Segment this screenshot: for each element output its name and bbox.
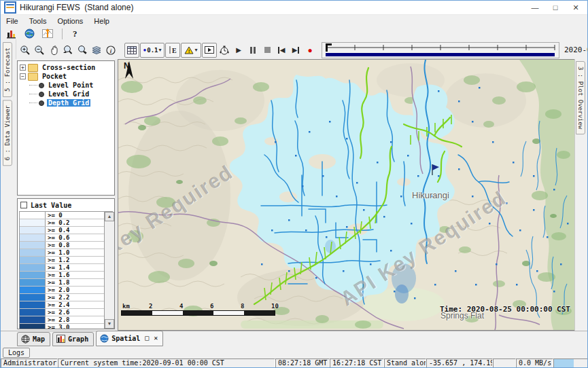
legend-row[interactable]: >= 0.2 (20, 219, 112, 227)
legend-swatch (20, 272, 46, 278)
folder-icon (28, 64, 38, 72)
legend-row[interactable]: >= 0 (20, 212, 112, 219)
pan-hand-icon[interactable] (47, 43, 60, 57)
legend-row[interactable]: >= 0.8 (20, 242, 112, 249)
legend-row[interactable]: >= 1.6 (20, 272, 112, 279)
help-icon[interactable]: ? (70, 29, 80, 39)
tree-node-depth-grid[interactable]: Depth Grid (18, 98, 114, 107)
legend-row[interactable]: >= 0.6 (20, 234, 112, 242)
tree-connector (29, 94, 37, 95)
legend-row[interactable]: >= 0.4 (20, 227, 112, 234)
menu-help[interactable]: Help (88, 16, 115, 26)
legend-swatch (20, 287, 46, 293)
play-icon[interactable]: ▶ (232, 43, 245, 57)
step-forward-icon[interactable]: ▶ (289, 43, 302, 57)
tree-node-level-grid[interactable]: Level Grid (18, 90, 114, 98)
globe-wire-icon (21, 335, 30, 344)
legend-label: >= 1.4 (46, 264, 70, 271)
scale-bar: km 246810 (121, 303, 284, 316)
scale-tick: 8 (241, 303, 244, 310)
scale-tick: 4 (179, 303, 183, 310)
time-step-icon[interactable] (218, 43, 231, 57)
tab-map[interactable]: Map (17, 332, 50, 346)
warning-icon: ! (184, 46, 194, 54)
minimize-icon[interactable]: — (525, 1, 545, 14)
menu-tools[interactable]: Tools (24, 16, 52, 26)
tab-forecast[interactable]: 5 : Forecast (3, 42, 12, 97)
grid-display-icon[interactable] (124, 43, 139, 58)
legend-swatch (20, 234, 46, 241)
status-user: Administrator (1, 358, 58, 368)
layers-icon[interactable] (90, 43, 103, 57)
expand-icon[interactable]: + (20, 65, 26, 71)
stop-icon[interactable] (260, 43, 274, 57)
tab-graph[interactable]: Graph (52, 332, 94, 346)
legend-row[interactable]: >= 2.0 (20, 287, 112, 294)
timeseries-display-icon[interactable] (41, 27, 54, 41)
tab-spatial[interactable]: Spatial □ ✕ (96, 331, 163, 346)
tab-plot-overview[interactable]: 3 : Plot Overview (576, 61, 585, 134)
map-view[interactable]: N API Key Required API Key Required Hiku… (118, 59, 576, 331)
animation-panel-icon[interactable] (202, 43, 217, 58)
globe-map-icon[interactable] (22, 27, 36, 41)
zoom-next-icon[interactable] (75, 43, 89, 57)
collapse-icon[interactable]: − (20, 73, 26, 79)
legend-scrollbar[interactable]: ▲ ▼ (104, 212, 114, 329)
scroll-down-icon[interactable]: ▼ (105, 319, 114, 329)
legend-row[interactable]: >= 2.2 (20, 294, 112, 301)
legend-row[interactable]: >= 1.4 (20, 264, 112, 272)
menu-file[interactable]: File (1, 16, 24, 26)
legend-swatch (20, 242, 46, 249)
legend-row[interactable]: >= 1.2 (20, 257, 112, 264)
legend-row[interactable]: >= 2.6 (20, 309, 112, 316)
tree-node-pocket[interactable]: −Pocket (18, 72, 114, 81)
record-movie-icon[interactable]: ● (303, 43, 317, 57)
tab-maximize-icon[interactable]: □ (145, 335, 149, 342)
timeline-slider[interactable] (322, 42, 559, 58)
last-value-checkbox[interactable] (20, 202, 27, 208)
step-backward-icon[interactable]: ◀ (275, 43, 288, 57)
tab-close-icon[interactable]: ✕ (154, 335, 158, 342)
info-icon[interactable]: i (104, 43, 118, 57)
status-warning-icon[interactable]: ! (493, 358, 516, 368)
legend-label: >= 2.6 (46, 309, 70, 316)
legend-row[interactable]: >= 2.8 (20, 316, 112, 324)
logs-button[interactable]: Logs (3, 348, 30, 358)
close-icon[interactable]: ✕ (566, 1, 586, 14)
legend-row[interactable]: >= 3.0 (20, 324, 112, 329)
status-throughput: 0.0 MB/s (516, 358, 553, 368)
explorer-chart-icon[interactable] (4, 27, 18, 41)
status-local-time: 16:27:18 CST (330, 358, 384, 368)
warning-filter-button[interactable]: ! ▾ (181, 43, 201, 58)
legend-row[interactable]: >= 1.0 (20, 249, 112, 257)
tree-connector (29, 103, 37, 104)
legend-label: >= 0.4 (46, 227, 70, 234)
bullet-icon (39, 100, 44, 106)
legend-swatch (20, 294, 46, 301)
pause-icon[interactable] (246, 43, 260, 57)
tree-connector (29, 85, 37, 86)
zoom-previous-icon[interactable] (61, 43, 75, 57)
legend-row[interactable]: >= 2.4 (20, 301, 112, 309)
legend-swatch (20, 264, 46, 271)
menu-options[interactable]: Options (52, 16, 88, 26)
menu-bar: FileToolsOptionsHelp (1, 14, 587, 26)
last-value-label: Last Value (31, 202, 71, 209)
main-toolbar: ? (1, 26, 587, 41)
tree-node-cross-section[interactable]: +Cross-section (18, 63, 114, 72)
legend-row[interactable]: >= 1.8 (20, 279, 112, 287)
class-breaks-button[interactable]: ● 0.1 ▾ (140, 43, 165, 58)
chevron-down-icon: ▾ (194, 47, 197, 53)
legend-toggle-icon[interactable]: E (165, 43, 180, 58)
tab-data-viewer[interactable]: 6 : Data Viewer (3, 100, 12, 166)
tab-graph-label: Graph (68, 335, 88, 343)
tree-node-level-point[interactable]: Level Point (18, 81, 114, 90)
scroll-up-icon[interactable]: ▲ (105, 212, 114, 221)
zoom-out-icon[interactable] (33, 43, 46, 57)
maximize-icon[interactable]: □ (545, 1, 566, 14)
legend-label: >= 2.8 (46, 316, 70, 323)
window-title: Hikurangi FEWS (Stand alone) (20, 3, 133, 12)
scroll-track[interactable] (105, 221, 114, 319)
timeline-datetime: 2020-08-25 00:00:00 CST (564, 45, 588, 54)
zoom-in-icon[interactable] (18, 43, 32, 57)
